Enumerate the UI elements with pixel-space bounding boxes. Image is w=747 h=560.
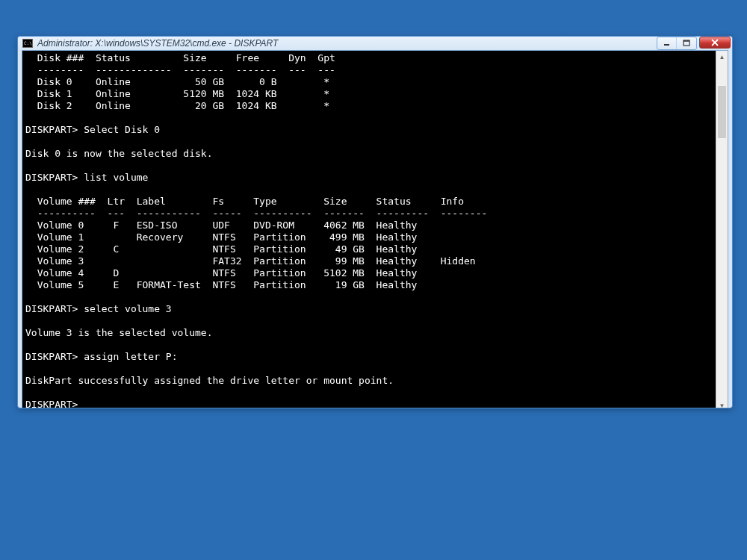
prompt-line: DISKPART> select volume 3 <box>25 303 172 314</box>
close-icon <box>710 39 719 46</box>
disk-list-divider: -------- ------------- ------- ------- -… <box>25 64 335 75</box>
disk-row: Disk 0 Online 50 GB 0 B * <box>25 76 329 87</box>
min-max-group <box>657 37 697 50</box>
console-output[interactable]: Disk ### Status Size Free Dyn Gpt ------… <box>22 51 716 408</box>
maximize-button[interactable] <box>677 37 696 49</box>
client-area: Disk ### Status Size Free Dyn Gpt ------… <box>22 50 728 408</box>
title-bar[interactable]: C:\ Administrator: X:\windows\SYSTEM32\c… <box>18 37 732 50</box>
volume-row: Volume 4 D NTFS Partition 5102 MB Health… <box>25 267 417 279</box>
chevron-up-icon: ▲ <box>719 54 725 60</box>
response-line: Disk 0 is now the selected disk. <box>25 148 212 159</box>
prompt-line: DISKPART> <box>25 399 78 408</box>
cmd-window: C:\ Administrator: X:\windows\SYSTEM32\c… <box>17 36 733 408</box>
prompt-line: DISKPART> assign letter P: <box>25 351 178 362</box>
response-line: DiskPart successfully assigned the drive… <box>25 375 394 386</box>
minimize-button[interactable] <box>657 37 677 49</box>
volume-list-header: Volume ### Ltr Label Fs Type Size Status… <box>25 196 464 207</box>
response-line: Volume 3 is the selected volume. <box>25 327 212 338</box>
vertical-scrollbar[interactable]: ▲ ▼ <box>716 51 728 408</box>
volume-row: Volume 3 FAT32 Partition 99 MB Healthy H… <box>25 255 476 267</box>
volume-row: Volume 0 F ESD-ISO UDF DVD-ROM 4062 MB H… <box>25 220 417 231</box>
chevron-down-icon: ▼ <box>719 402 725 408</box>
minimize-icon <box>663 40 671 47</box>
prompt-line: DISKPART> list volume <box>25 172 148 183</box>
scroll-track[interactable] <box>716 63 728 399</box>
volume-row: Volume 5 E FORMAT-Test NTFS Partition 19… <box>25 279 417 290</box>
window-controls <box>657 37 731 50</box>
disk-list-header: Disk ### Status Size Free Dyn Gpt <box>25 52 335 63</box>
maximize-icon <box>683 40 690 47</box>
close-button[interactable] <box>699 37 731 49</box>
window-title: Administrator: X:\windows\SYSTEM32\cmd.e… <box>37 38 657 49</box>
scroll-up-button[interactable]: ▲ <box>716 51 728 63</box>
volume-row: Volume 1 Recovery NTFS Partition 499 MB … <box>25 231 417 243</box>
scroll-thumb[interactable] <box>718 86 726 138</box>
volume-list-divider: ---------- --- ----------- ----- -------… <box>25 208 487 219</box>
disk-row: Disk 2 Online 20 GB 1024 KB * <box>25 100 329 111</box>
volume-row: Volume 2 C NTFS Partition 49 GB Healthy <box>25 243 417 255</box>
prompt-line: DISKPART> Select Disk 0 <box>25 124 160 135</box>
scroll-down-button[interactable]: ▼ <box>716 399 728 408</box>
cmd-icon: C:\ <box>22 39 33 48</box>
disk-row: Disk 1 Online 5120 MB 1024 KB * <box>25 88 329 99</box>
